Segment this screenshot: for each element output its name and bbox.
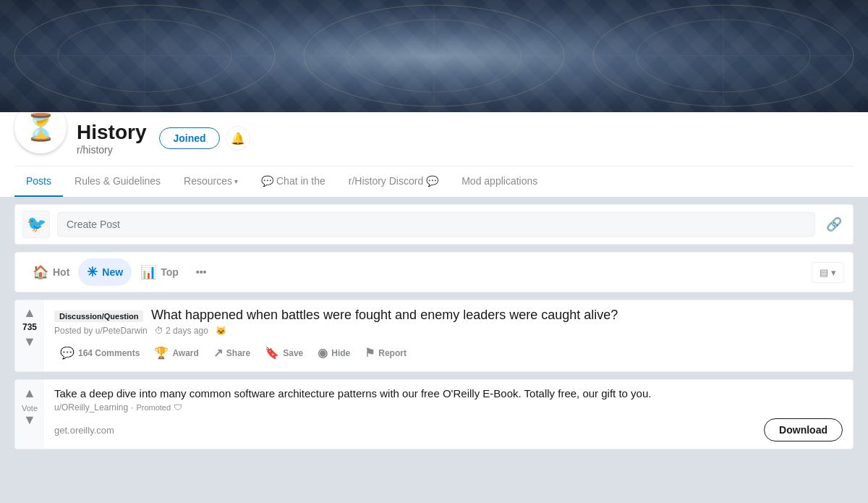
- award-icon: 🏆: [154, 346, 169, 360]
- promoted-vote-label: Vote: [22, 404, 38, 413]
- sort-hot-button[interactable]: 🏠 Hot: [24, 258, 78, 286]
- promoted-title[interactable]: Take a deep dive into many common softwa…: [54, 387, 843, 400]
- subreddit-nav: Posts Rules & Guidelines Resources ▾ 💬 C…: [14, 166, 854, 197]
- sort-bar: 🏠 Hot ✳ New 📊 Top ••• ▤ ▾: [14, 252, 854, 292]
- save-icon: 🔖: [265, 346, 279, 360]
- subreddit-header: ⏳ History r/history Joined 🔔 Posts Rules…: [0, 112, 868, 197]
- chat-icon: 💬: [261, 175, 273, 187]
- comments-button[interactable]: 💬 164 Comments: [54, 342, 145, 364]
- promoted-url: get.oreilly.com: [54, 425, 114, 436]
- more-icon: •••: [196, 266, 207, 278]
- share-button[interactable]: ↗ Share: [208, 342, 256, 364]
- tab-chat[interactable]: 💬 Chat in the: [250, 166, 337, 197]
- promoted-downvote-button[interactable]: ▼: [23, 413, 36, 428]
- post-body: Discussion/Question What happened when b…: [44, 300, 853, 371]
- post-vote-section: ▲ 735 ▼: [15, 300, 44, 371]
- main-content: 🐦 🔗 🏠 Hot ✳ New 📊 Top ••• ▤ ▾ ▲: [0, 197, 868, 464]
- save-button[interactable]: 🔖 Save: [259, 342, 309, 364]
- shield-icon: 🛡: [174, 402, 182, 413]
- post-meta: Posted by u/PeteDarwin ⏱ 2 days ago 🐱: [54, 326, 843, 336]
- view-icon: ▤: [820, 267, 828, 278]
- promoted-meta: u/OReilly_Learning · Promoted 🛡: [54, 402, 843, 413]
- post-actions: 💬 164 Comments 🏆 Award ↗ Share 🔖 Save ◉: [54, 342, 843, 364]
- hide-icon: ◉: [318, 346, 328, 360]
- post-tag: Discussion/Question: [54, 310, 143, 322]
- comment-icon: 💬: [60, 346, 75, 360]
- tab-resources[interactable]: Resources ▾: [172, 166, 250, 197]
- report-icon: ⚑: [365, 346, 375, 360]
- subreddit-name: r/history: [77, 144, 146, 156]
- user-avatar: 🐦: [22, 211, 50, 238]
- post-time: 2 days ago: [166, 326, 208, 336]
- promoted-body: Take a deep dive into many common softwa…: [44, 380, 853, 449]
- notifications-button[interactable]: 🔔: [226, 126, 250, 151]
- report-button[interactable]: ⚑ Report: [359, 342, 412, 364]
- sort-more-button[interactable]: •••: [187, 261, 216, 284]
- promoted-badge: Promoted: [136, 403, 171, 412]
- tab-posts[interactable]: Posts: [14, 166, 63, 197]
- share-icon: ↗: [213, 346, 223, 360]
- post-card: ▲ 735 ▼ Discussion/Question What happene…: [14, 300, 854, 372]
- discord-icon: 💬: [426, 175, 438, 187]
- create-post-bar: 🐦 🔗: [14, 204, 854, 245]
- post-award-icon: 🐱: [216, 326, 226, 336]
- hot-icon: 🏠: [33, 264, 48, 280]
- view-toggle-button[interactable]: ▤ ▾: [812, 262, 844, 283]
- subreddit-title: History: [77, 121, 146, 144]
- joined-button[interactable]: Joined: [159, 127, 219, 149]
- new-icon: ✳: [87, 264, 98, 280]
- downvote-button[interactable]: ▼: [23, 335, 36, 348]
- vote-count: 735: [22, 322, 37, 332]
- tab-mod-applications[interactable]: Mod applications: [450, 166, 549, 197]
- promoted-footer: get.oreilly.com Download: [54, 418, 843, 441]
- chevron-down-icon: ▾: [831, 267, 836, 278]
- create-post-input[interactable]: [57, 212, 815, 237]
- promoted-upvote-button[interactable]: ▲: [23, 386, 36, 401]
- sort-new-button[interactable]: ✳ New: [78, 258, 132, 286]
- tab-discord[interactable]: r/History Discord 💬: [337, 166, 450, 197]
- link-icon[interactable]: 🔗: [822, 213, 846, 236]
- post-time-icon: ⏱: [155, 326, 163, 336]
- upvote-button[interactable]: ▲: [23, 306, 36, 319]
- bell-icon: 🔔: [231, 132, 245, 145]
- promoted-card: ▲ Vote ▼ Take a deep dive into many comm…: [14, 379, 854, 449]
- post-author: u/PeteDarwin: [95, 326, 148, 336]
- hide-button[interactable]: ◉ Hide: [312, 342, 356, 364]
- subreddit-banner: [0, 0, 868, 112]
- tab-rules[interactable]: Rules & Guidelines: [63, 166, 172, 197]
- promoted-vote-section: ▲ Vote ▼: [15, 380, 44, 449]
- download-button[interactable]: Download: [764, 418, 843, 441]
- award-button[interactable]: 🏆 Award: [148, 342, 204, 364]
- top-icon: 📊: [140, 264, 156, 280]
- chevron-down-icon: ▾: [234, 177, 238, 185]
- post-title[interactable]: What happened when battles were fought a…: [151, 308, 618, 322]
- promoted-author: u/OReilly_Learning: [54, 402, 128, 413]
- sort-top-button[interactable]: 📊 Top: [132, 258, 187, 286]
